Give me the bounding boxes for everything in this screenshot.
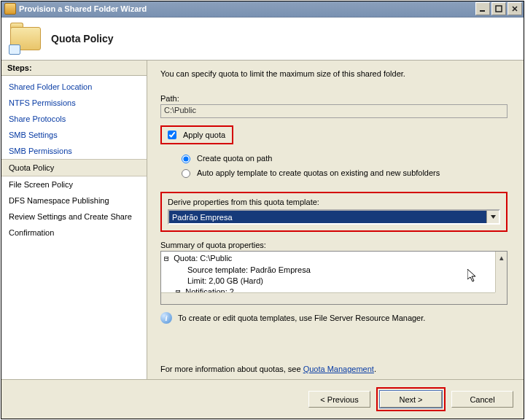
step-review-settings[interactable]: Review Settings and Create Share <box>1 209 147 225</box>
step-quota-policy[interactable]: Quota Policy <box>1 159 147 176</box>
window-title: Provision a Shared Folder Wizard <box>19 4 475 13</box>
info-row: i To create or edit quota templates, use… <box>160 312 513 324</box>
wizard-window: Provision a Shared Folder Wizard Quota P… <box>1 1 524 419</box>
create-quota-label: Create quota on path <box>197 154 272 163</box>
template-label: Derive properties from this quota templa… <box>168 198 500 206</box>
scrollbar-horizontal[interactable] <box>161 292 495 304</box>
steps-sidebar: Steps: Shared Folder Location NTFS Permi… <box>1 61 147 379</box>
svg-rect-1 <box>496 6 502 12</box>
step-shared-folder-location[interactable]: Shared Folder Location <box>1 79 147 95</box>
summary-line: ⊟ Quota: C:\Public <box>164 253 504 265</box>
cancel-button[interactable]: Cancel <box>451 391 513 408</box>
page-header: Quota Policy <box>1 18 524 61</box>
info-text: To create or edit quota templates, use F… <box>178 314 425 322</box>
template-group-highlight: Derive properties from this quota templa… <box>160 192 508 232</box>
svg-rect-0 <box>480 10 485 12</box>
scrollbar-vertical[interactable]: ▴ <box>495 252 507 292</box>
content-pane: You can specify quota to limit the maxim… <box>147 61 524 379</box>
step-smb-permissions[interactable]: SMB Permissions <box>1 143 147 159</box>
quota-management-link[interactable]: Quota Management <box>303 365 374 373</box>
template-value: Padrão Empresa <box>172 213 233 222</box>
info-icon: i <box>160 312 172 324</box>
maximize-button[interactable] <box>491 2 506 15</box>
next-button[interactable]: Next > <box>380 391 442 408</box>
scroll-up-icon[interactable]: ▴ <box>496 252 507 263</box>
auto-apply-label: Auto apply template to create quotas on … <box>197 168 440 177</box>
titlebar[interactable]: Provision a Shared Folder Wizard <box>1 1 524 18</box>
summary-box: ⊟ Quota: C:\Public Source template: Padr… <box>160 251 508 305</box>
step-smb-settings[interactable]: SMB Settings <box>1 127 147 143</box>
app-icon <box>4 3 16 15</box>
path-label: Path: <box>160 94 513 103</box>
page-title: Quota Policy <box>51 33 114 44</box>
path-field: C:\Public <box>160 104 508 118</box>
scrollbar-corner <box>495 292 507 304</box>
steps-heading: Steps: <box>1 61 147 76</box>
auto-apply-radio[interactable] <box>182 169 190 178</box>
step-file-screen-policy[interactable]: File Screen Policy <box>1 176 147 192</box>
close-button[interactable] <box>508 2 522 15</box>
template-combobox[interactable]: Padrão Empresa <box>168 209 500 225</box>
more-info: For more information about quotas, see Q… <box>160 365 513 373</box>
summary-label: Summary of quota properties: <box>160 241 513 249</box>
minimize-button[interactable] <box>475 2 490 15</box>
next-button-highlight: Next > <box>376 387 446 411</box>
step-share-protocols[interactable]: Share Protocols <box>1 111 147 127</box>
apply-quota-label: Apply quota <box>183 131 225 139</box>
step-confirmation[interactable]: Confirmation <box>1 225 147 241</box>
apply-quota-highlight: Apply quota <box>160 125 233 144</box>
summary-line: Source template: Padrão Empresa <box>164 265 504 276</box>
intro-text: You can specify quota to limit the maxim… <box>160 69 513 78</box>
create-quota-radio[interactable] <box>182 155 190 163</box>
apply-quota-checkbox[interactable] <box>168 131 176 139</box>
previous-button[interactable]: < Previous <box>308 391 370 408</box>
shared-folder-icon <box>9 24 44 53</box>
button-row: < Previous Next > Cancel <box>1 379 524 419</box>
step-dfs-namespace-publishing[interactable]: DFS Namespace Publishing <box>1 192 147 209</box>
dropdown-arrow-icon[interactable] <box>486 211 499 223</box>
summary-line: Limit: 2,00 GB (Hard) <box>164 276 504 287</box>
step-ntfs-permissions[interactable]: NTFS Permissions <box>1 95 147 111</box>
